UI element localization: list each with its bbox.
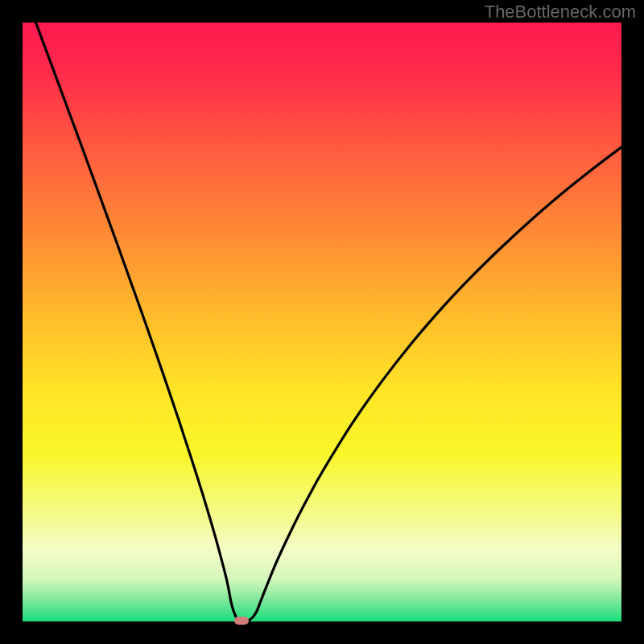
minimum-marker — [234, 617, 249, 625]
chart-container: TheBottleneck.com — [0, 0, 644, 644]
watermark-text: TheBottleneck.com — [485, 2, 636, 23]
plot-area — [23, 23, 621, 621]
curve-line — [23, 23, 621, 621]
